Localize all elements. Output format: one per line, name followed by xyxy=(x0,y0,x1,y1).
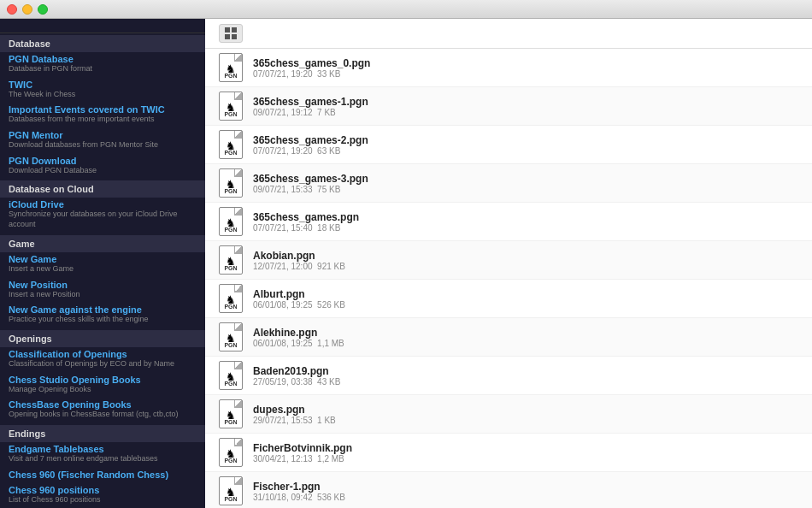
file-meta: 06/01/08, 19:25 526 KB xyxy=(253,300,802,310)
sidebar-item[interactable]: Chess 960 (Fischer Random Chess) xyxy=(0,468,205,483)
pgn-file-icon: ♞ PGN xyxy=(219,207,243,236)
sidebar-item[interactable]: PGN DatabaseDatabase in PGN format xyxy=(0,52,205,78)
sidebar-item-title: New Position xyxy=(9,280,197,290)
sidebar-item[interactable]: PGN MentorDownload databases from PGN Me… xyxy=(0,128,205,154)
sidebar-item-subtitle: Download PGN Database xyxy=(9,166,197,176)
file-info: 365chess_games_0.pgn 07/07/21, 19:20 33 … xyxy=(253,57,802,79)
main-header xyxy=(205,19,812,49)
file-meta: 07/07/21, 19:20 63 KB xyxy=(253,146,802,156)
file-meta: 09/07/21, 19:12 7 KB xyxy=(253,108,802,117)
sidebar-item[interactable]: Important Events covered on TWICDatabase… xyxy=(0,103,205,128)
chess-piece-icon: ♞ xyxy=(226,370,236,383)
close-button[interactable] xyxy=(7,4,17,15)
sidebar-section-header: Endings xyxy=(0,425,205,442)
file-name: 365chess_games.pgn xyxy=(253,211,802,223)
sidebar-item[interactable]: New Game against the enginePractice your… xyxy=(0,303,205,328)
file-row[interactable]: ♞ PGN Baden2019.pgn 27/05/19, 03:38 43 K… xyxy=(205,357,812,395)
file-row[interactable]: ♞ PGN Alburt.pgn 06/01/08, 19:25 526 KB xyxy=(205,280,812,318)
sidebar-section-header: Database on Cloud xyxy=(0,180,205,198)
sidebar-item-subtitle: Opening books in ChessBase format (ctg, … xyxy=(9,410,197,420)
pgn-file-icon: ♞ PGN xyxy=(219,130,243,159)
maximize-button[interactable] xyxy=(38,4,48,15)
file-row[interactable]: ♞ PGN Akobian.pgn 12/07/21, 12:00 921 KB xyxy=(205,241,812,280)
file-row[interactable]: ♞ PGN Alekhine.pgn 06/01/08, 19:25 1,1 M… xyxy=(205,318,812,357)
sidebar-item-title: Important Events covered on TWIC xyxy=(9,104,197,115)
file-row[interactable]: ♞ PGN 365chess_games_0.pgn 07/07/21, 19:… xyxy=(205,49,812,87)
file-row[interactable]: ♞ PGN 365chess_games-3.pgn 09/07/21, 15:… xyxy=(205,164,812,203)
chess-piece-icon: ♞ xyxy=(226,216,236,229)
file-meta: 07/07/21, 15:40 18 KB xyxy=(253,223,802,233)
sidebar-item-subtitle: Database in PGN format xyxy=(9,64,197,74)
file-name: 365chess_games_0.pgn xyxy=(253,57,802,69)
file-info: Alekhine.pgn 06/01/08, 19:25 1,1 MB xyxy=(253,327,802,348)
sidebar-item-subtitle: Manage Opening Books xyxy=(9,385,197,395)
file-name: 365chess_games-2.pgn xyxy=(253,134,802,146)
file-info: Fischer-1.pgn 31/10/18, 09:42 536 KB xyxy=(253,481,802,502)
sidebar-section-header: Game xyxy=(0,235,205,252)
sidebar-item-title: Chess Studio Opening Books xyxy=(9,375,197,385)
file-meta: 07/07/21, 19:20 33 KB xyxy=(253,69,802,79)
sidebar-item-title: Chess 960 positions xyxy=(9,485,197,495)
chess-piece-icon: ♞ xyxy=(226,139,236,152)
sidebar-item-subtitle: Practice your chess skills with the engi… xyxy=(9,315,197,325)
file-row[interactable]: ♞ PGN 365chess_games-1.pgn 09/07/21, 19:… xyxy=(205,87,812,126)
sidebar-item[interactable]: Chess 960 positionsList of Chess 960 pos… xyxy=(0,483,205,508)
chess-piece-icon: ♞ xyxy=(226,101,236,114)
file-icon: ♞ PGN xyxy=(215,206,246,237)
sidebar-item-title: New Game xyxy=(9,254,197,264)
sidebar-item[interactable]: Classification of OpeningsClassification… xyxy=(0,347,205,373)
sidebar-item[interactable]: New PositionInsert a new Position xyxy=(0,278,205,304)
pgn-file-icon: ♞ PGN xyxy=(219,245,243,275)
svg-rect-0 xyxy=(225,27,230,32)
sidebar-item[interactable]: Endgame TablebasesVisit and 7 men online… xyxy=(0,442,205,468)
file-meta: 29/07/21, 15:53 1 KB xyxy=(253,416,802,425)
pgn-file-icon: ♞ PGN xyxy=(219,284,243,313)
grid-view-button[interactable] xyxy=(219,24,243,43)
file-row[interactable]: ♞ PGN 365chess_games.pgn 07/07/21, 15:40… xyxy=(205,203,812,241)
file-row[interactable]: ♞ PGN FicherBotvinnik.pgn 30/04/21, 12:1… xyxy=(205,434,812,472)
file-list: ♞ PGN 365chess_games_0.pgn 07/07/21, 19:… xyxy=(205,49,812,508)
file-row[interactable]: ♞ PGN 365chess_games-2.pgn 07/07/21, 19:… xyxy=(205,126,812,164)
sidebar-section-header: Openings xyxy=(0,330,205,347)
main-content: ♞ PGN 365chess_games_0.pgn 07/07/21, 19:… xyxy=(205,19,812,508)
file-info: dupes.pgn 29/07/21, 15:53 1 KB xyxy=(253,404,802,425)
file-info: Akobian.pgn 12/07/21, 12:00 921 KB xyxy=(253,250,802,271)
sidebar-item-subtitle: Classification of Openings by ECO and by… xyxy=(9,359,197,369)
file-name: Akobian.pgn xyxy=(253,250,802,262)
file-name: Baden2019.pgn xyxy=(253,365,802,377)
file-meta: 27/05/19, 03:38 43 KB xyxy=(253,377,802,387)
file-icon: ♞ PGN xyxy=(215,360,246,391)
file-name: 365chess_games-1.pgn xyxy=(253,96,802,108)
sidebar-item[interactable]: TWICThe Week in Chess xyxy=(0,78,205,103)
sidebar-item[interactable]: Chess Studio Opening BooksManage Opening… xyxy=(0,373,205,399)
chess-piece-icon: ♞ xyxy=(226,486,236,499)
file-row[interactable]: ♞ PGN dupes.pgn 29/07/21, 15:53 1 KB xyxy=(205,395,812,434)
chess-piece-icon: ♞ xyxy=(226,332,236,345)
sidebar-item-title: Chess 960 (Fischer Random Chess) xyxy=(9,470,197,480)
pgn-file-icon: ♞ PGN xyxy=(219,168,243,198)
svg-rect-2 xyxy=(225,34,230,39)
file-meta: 09/07/21, 15:33 75 KB xyxy=(253,185,802,194)
sidebar-item-title: ChessBase Opening Books xyxy=(9,399,197,410)
file-name: Alekhine.pgn xyxy=(253,327,802,339)
sidebar-item[interactable]: iCloud DriveSynchronize your databases o… xyxy=(0,198,205,233)
pgn-file-icon: ♞ PGN xyxy=(219,53,243,82)
sidebar-item[interactable]: New GameInsert a new Game xyxy=(0,252,205,278)
file-icon: ♞ PGN xyxy=(215,91,246,121)
file-meta: 31/10/18, 09:42 536 KB xyxy=(253,493,802,502)
file-row[interactable]: ♞ PGN Fischer-1.pgn 31/10/18, 09:42 536 … xyxy=(205,472,812,508)
sidebar-item-subtitle: List of Chess 960 positions xyxy=(9,495,197,505)
sidebar-item-subtitle: The Week in Chess xyxy=(9,90,197,100)
sidebar-item-subtitle: Databases from the more important events xyxy=(9,115,197,125)
minimize-button[interactable] xyxy=(22,4,32,15)
file-name: 365chess_games-3.pgn xyxy=(253,173,802,185)
sidebar-item[interactable]: ChessBase Opening BooksOpening books in … xyxy=(0,398,205,423)
file-name: dupes.pgn xyxy=(253,404,802,416)
traffic-lights xyxy=(7,4,48,15)
file-icon: ♞ PGN xyxy=(215,322,246,352)
sidebar-item[interactable]: PGN DownloadDownload PGN Database xyxy=(0,154,205,180)
sidebar-item-title: PGN Database xyxy=(9,54,197,64)
file-info: 365chess_games.pgn 07/07/21, 15:40 18 KB xyxy=(253,211,802,233)
sidebar-item-title: iCloud Drive xyxy=(9,199,197,210)
chess-piece-icon: ♞ xyxy=(226,409,236,422)
